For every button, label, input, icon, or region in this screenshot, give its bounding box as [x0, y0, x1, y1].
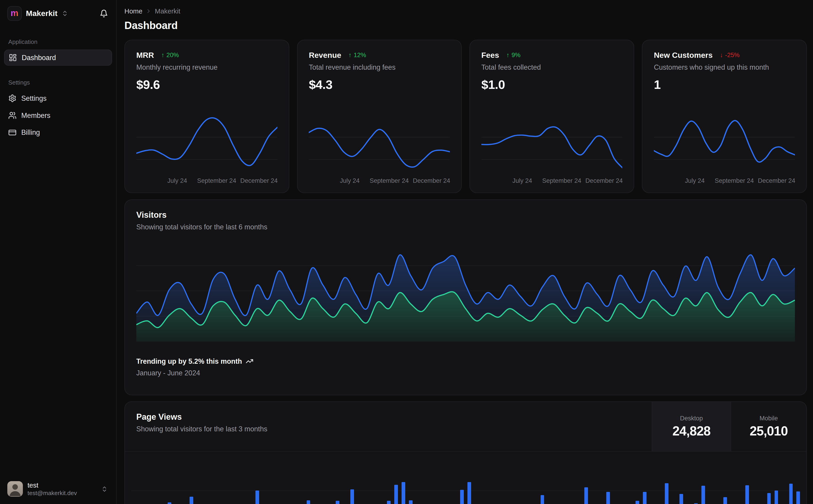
visitors-subtitle: Showing total visitors for the last 6 mo…	[136, 223, 795, 231]
chevrons-up-down-icon	[101, 486, 108, 492]
bar	[745, 485, 749, 504]
trend-percent: -25%	[725, 51, 740, 59]
brand-name: Makerkit	[26, 9, 57, 18]
visitors-title: Visitors	[136, 210, 795, 220]
bar	[723, 497, 727, 504]
logo-letter-m: m	[11, 8, 18, 17]
breadcrumb-current: Makerkit	[155, 7, 180, 15]
sidebar-item-settings[interactable]: Settings	[4, 90, 112, 106]
stat-card-trend: ↓ -25%	[720, 51, 740, 59]
bar	[775, 491, 778, 504]
trend-arrow-icon: ↑	[506, 51, 509, 59]
sidebar-item-billing[interactable]: Billing	[4, 125, 112, 141]
bar	[606, 492, 610, 504]
axis-tick: December 24	[585, 177, 623, 184]
toggle-desktop-value: 24,828	[672, 424, 711, 438]
axis-tick: September 24	[197, 177, 236, 184]
stat-card-title: Revenue	[309, 51, 341, 60]
page-views-card: Page Views Showing total visitors for th…	[124, 401, 807, 504]
axis-tick: September 24	[542, 177, 581, 184]
stat-card: MRR ↑ 20% Monthly recurring revenue $9.6…	[124, 40, 289, 193]
trend-arrow-icon: ↓	[720, 51, 723, 59]
axis-tick: September 24	[715, 177, 754, 184]
stat-card-trend: ↑ 12%	[349, 51, 366, 59]
axis-tick: July 24	[167, 177, 187, 184]
sidebar-item-dashboard[interactable]: Dashboard	[4, 50, 112, 66]
bar	[402, 482, 405, 504]
page-views-title: Page Views	[136, 412, 640, 422]
bar	[307, 500, 310, 504]
toggle-mobile-value: 25,010	[750, 424, 788, 438]
stat-card: Revenue ↑ 12% Total revenue including fe…	[297, 40, 462, 193]
visitors-date-range: January - June 2024	[136, 369, 795, 377]
bar	[767, 493, 771, 504]
bar	[350, 489, 354, 504]
makerkit-logo: Makerkitm	[7, 6, 22, 21]
chevron-right-icon	[145, 8, 151, 14]
sidebar-item-members[interactable]: Members	[4, 107, 112, 123]
sidebar: Makerkitm Makerkit Application Dashboard	[0, 0, 117, 504]
bar	[701, 486, 705, 504]
notifications-bell-icon[interactable]	[100, 9, 108, 18]
visitors-card: Visitors Showing total visitors for the …	[124, 199, 807, 395]
bar	[189, 497, 193, 504]
stat-card-value: $1.0	[481, 77, 623, 92]
bar	[541, 495, 544, 504]
sparkline-x-axis: July 24 September 24 December 24	[309, 177, 450, 185]
bar	[789, 484, 793, 504]
bar	[460, 490, 464, 504]
sidebar-nav: Application Dashboard Settings Settings	[0, 25, 116, 475]
sparkline-x-axis: July 24 September 24 December 24	[481, 177, 623, 185]
chevrons-up-down-icon	[61, 10, 68, 17]
team-switcher[interactable]: Makerkitm Makerkit	[0, 0, 116, 25]
axis-tick: July 24	[340, 177, 360, 184]
trend-arrow-icon: ↑	[349, 51, 352, 59]
breadcrumb: Home Makerkit	[124, 7, 807, 15]
stat-card-value: $4.3	[309, 77, 450, 92]
bar	[387, 501, 391, 504]
stat-sparkline-chart: July 24 September 24 December 24	[136, 113, 278, 185]
users-icon	[8, 111, 16, 119]
axis-tick: July 24	[685, 177, 705, 184]
page-title: Dashboard	[124, 20, 807, 32]
axis-tick: December 24	[758, 177, 795, 184]
toggle-desktop-label: Desktop	[680, 415, 703, 422]
main-content: Home Makerkit Dashboard MRR ↑ 20% Monthl…	[117, 0, 813, 504]
dashboard-icon	[9, 53, 17, 62]
page-views-bar-chart	[131, 459, 800, 504]
toggle-desktop[interactable]: Desktop 24,828	[652, 402, 731, 451]
stat-card-title: MRR	[136, 51, 154, 60]
axis-tick: July 24	[512, 177, 532, 184]
page-views-header: Page Views Showing total visitors for th…	[125, 402, 806, 452]
bar	[167, 502, 171, 504]
sidebar-section-settings: Settings	[4, 79, 112, 86]
trend-percent: 9%	[511, 51, 520, 59]
breadcrumb-home[interactable]: Home	[124, 7, 142, 15]
stat-card-value: 1	[654, 77, 795, 92]
sparkline-x-axis: July 24 September 24 December 24	[654, 177, 795, 185]
sidebar-item-label: Settings	[21, 94, 47, 102]
trending-up-icon	[246, 357, 254, 365]
user-email: test@makerkit.dev	[27, 490, 77, 497]
stat-card-trend: ↑ 9%	[506, 51, 520, 59]
toggle-mobile[interactable]: Mobile 25,010	[731, 402, 806, 451]
stat-card-title: New Customers	[654, 51, 713, 60]
bar	[665, 483, 669, 504]
axis-tick: September 24	[370, 177, 409, 184]
sidebar-item-label: Billing	[21, 128, 40, 136]
bar	[796, 491, 800, 504]
trend-arrow-icon: ↑	[161, 51, 164, 59]
bar	[394, 485, 398, 504]
user-menu[interactable]: test test@makerkit.dev	[0, 475, 116, 504]
stat-cards-row: MRR ↑ 20% Monthly recurring revenue $9.6…	[124, 40, 807, 193]
credit-card-icon	[8, 128, 16, 137]
bar	[584, 487, 588, 504]
stat-sparkline-chart: July 24 September 24 December 24	[309, 113, 450, 185]
axis-tick: December 24	[413, 177, 450, 184]
stat-sparkline-chart: July 24 September 24 December 24	[481, 113, 623, 185]
app-root: Makerkitm Makerkit Application Dashboard	[0, 0, 813, 504]
stat-card-subtitle: Customers who signed up this month	[654, 63, 795, 71]
bar	[643, 492, 647, 504]
sidebar-item-label: Members	[21, 111, 50, 119]
stat-sparkline-chart: July 24 September 24 December 24	[654, 113, 795, 185]
